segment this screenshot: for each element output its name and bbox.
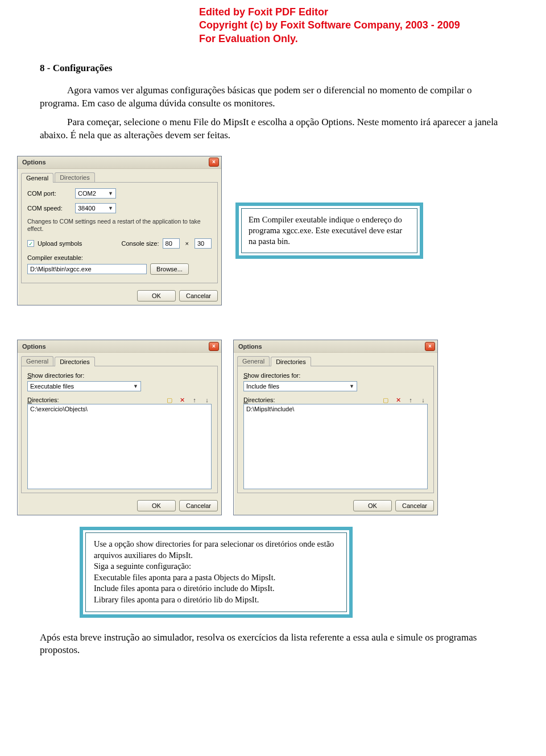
show-dirs-combo[interactable]: Executable files ▼	[27, 381, 141, 391]
ok-button[interactable]: OK	[137, 500, 176, 511]
watermark: Edited by Foxit PDF Editor Copyright (c)…	[199, 6, 506, 46]
browse-button[interactable]: Browse...	[150, 263, 189, 275]
tab-general[interactable]: General	[237, 356, 270, 366]
tab-directories[interactable]: Directories	[271, 357, 311, 366]
compiler-exe-input[interactable]	[27, 264, 147, 274]
com-speed-label: COM speed:	[27, 205, 72, 212]
restart-note: Changes to COM settings need a restart o…	[27, 218, 212, 233]
console-height-input[interactable]	[195, 238, 212, 249]
watermark-line1: Edited by Foxit PDF Editor	[199, 6, 506, 19]
close-icon[interactable]: ×	[209, 342, 219, 351]
multiply-icon: ×	[185, 240, 189, 247]
dialog-title: Options	[238, 343, 262, 350]
cancel-button[interactable]: Cancelar	[395, 500, 434, 511]
show-dirs-value: Executable files	[30, 383, 74, 390]
chevron-down-icon: ▼	[133, 383, 138, 389]
paragraph-2: Para começar, selecione o menu File do M…	[40, 116, 506, 142]
show-dirs-label: Show directories for:	[27, 372, 212, 379]
watermark-line2: Copyright (c) by Foxit Software Company,…	[199, 19, 506, 32]
com-speed-value: 38400	[78, 205, 96, 212]
directories-label: Directories:	[27, 396, 59, 403]
list-item[interactable]: C:\exercicio\Objects\	[30, 406, 209, 412]
callout2-line3: Executable files aponta para a pasta Obj…	[94, 572, 338, 584]
move-up-icon[interactable]: ↑	[406, 396, 415, 404]
new-folder-icon[interactable]: ▢	[165, 396, 174, 404]
paragraph-1: Agora vamos ver algumas configurações bá…	[40, 84, 506, 110]
callout-text: Em Compiler exeutable indique o endereço…	[241, 208, 417, 253]
ok-button[interactable]: OK	[353, 500, 392, 511]
dialog-title: Options	[22, 159, 46, 166]
move-down-icon[interactable]: ↓	[202, 396, 212, 404]
com-port-combo[interactable]: COM2 ▼	[75, 188, 116, 199]
callout2-line4: Include files aponta para o diretório in…	[94, 583, 338, 594]
show-dirs-value: Include files	[246, 383, 279, 390]
directories-label: Directories:	[243, 396, 275, 403]
upload-symbols-label: Upload symbols	[38, 240, 82, 247]
options-dialog-directories-include: Options × General Directories Show direc…	[233, 340, 438, 515]
chevron-down-icon: ▼	[349, 383, 354, 389]
watermark-line3: For Evaluation Only.	[199, 32, 506, 46]
chevron-down-icon: ▼	[108, 205, 113, 211]
show-dirs-combo[interactable]: Include files ▼	[243, 381, 357, 391]
callout-compiler-exe: Em Compiler exeutable indique o endereço…	[235, 203, 423, 259]
list-item[interactable]: D:\MipsIt\include\	[246, 406, 425, 412]
delete-icon[interactable]: ✕	[394, 396, 403, 404]
tab-directories[interactable]: Directories	[55, 357, 95, 366]
ok-button[interactable]: OK	[137, 290, 176, 301]
show-dirs-label: Show directories for:	[243, 372, 428, 379]
options-dialog-directories-executable: Options × General Directories Show direc…	[17, 340, 222, 515]
callout-directories-config: Use a opção show directories for para se…	[80, 527, 353, 617]
tab-general[interactable]: General	[21, 356, 53, 366]
options-dialog-general: Options × General Directories COM port: …	[17, 156, 222, 305]
console-size-label: Console size:	[122, 240, 159, 247]
closing-paragraph: Após esta breve instrução ao simulador, …	[40, 631, 506, 658]
upload-symbols-checkbox[interactable]: ✓	[27, 240, 34, 247]
com-port-label: COM port:	[27, 190, 72, 197]
callout2-line5: Library files aponta para o diretório li…	[94, 594, 338, 606]
tab-general[interactable]: General	[21, 173, 53, 183]
cancel-button[interactable]: Cancelar	[179, 290, 218, 301]
console-width-input[interactable]	[163, 238, 180, 249]
delete-icon[interactable]: ✕	[177, 396, 187, 404]
chevron-down-icon: ▼	[108, 191, 113, 196]
com-port-value: COM2	[78, 190, 96, 197]
tab-directories[interactable]: Directories	[55, 172, 95, 182]
callout2-line2: Siga a seguinte configuração:	[94, 561, 338, 572]
move-up-icon[interactable]: ↑	[190, 396, 199, 404]
close-icon[interactable]: ×	[425, 342, 435, 351]
new-folder-icon[interactable]: ▢	[381, 396, 390, 404]
directories-list[interactable]: D:\MipsIt\include\	[243, 404, 428, 489]
cancel-button[interactable]: Cancelar	[179, 500, 218, 511]
com-speed-combo[interactable]: 38400 ▼	[75, 203, 116, 213]
directories-list[interactable]: C:\exercicio\Objects\	[27, 404, 212, 489]
section-title: 8 - Configurações	[40, 63, 506, 74]
close-icon[interactable]: ×	[209, 158, 219, 167]
callout2-line1: Use a opção show directories for para se…	[94, 539, 338, 561]
compiler-exe-label: Compiler exeutable:	[27, 254, 212, 261]
dialog-title: Options	[22, 343, 46, 350]
move-down-icon[interactable]: ↓	[419, 396, 428, 404]
